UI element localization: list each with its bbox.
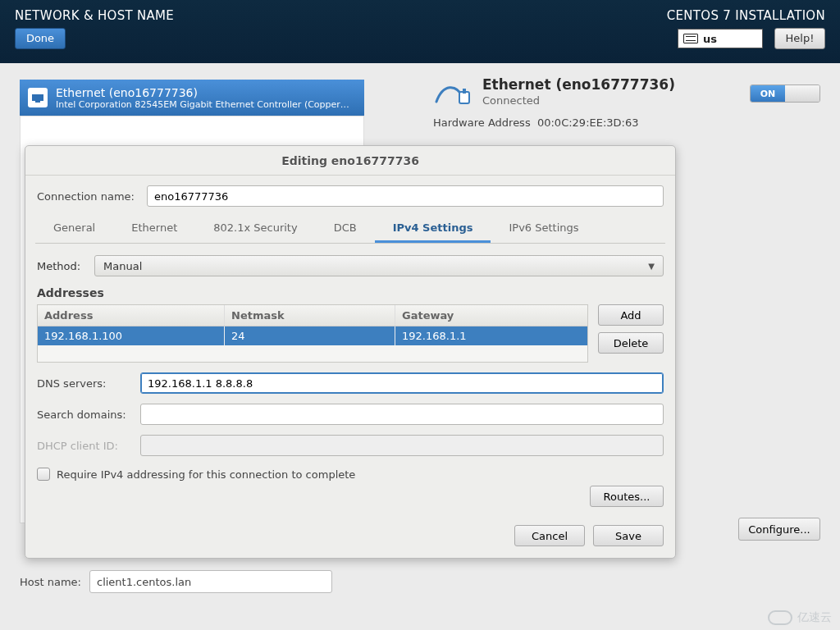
delete-address-button[interactable]: Delete xyxy=(598,332,664,354)
edit-connection-dialog: Editing eno16777736 Connection name: Gen… xyxy=(25,145,676,559)
installer-header: NETWORK & HOST NAME Done CENTOS 7 INSTAL… xyxy=(0,0,840,63)
dns-servers-input[interactable] xyxy=(140,372,664,394)
col-address: Address xyxy=(38,305,225,326)
method-select[interactable]: Manual ▼ xyxy=(94,255,664,276)
keyboard-icon xyxy=(683,34,698,43)
dialog-title: Editing eno16777736 xyxy=(25,146,675,176)
watermark: 亿速云 xyxy=(768,610,832,625)
col-netmask: Netmask xyxy=(225,305,395,326)
connection-toggle[interactable]: ON xyxy=(750,84,820,103)
watermark-text: 亿速云 xyxy=(797,610,832,625)
cell-gateway: 192.168.1.1 xyxy=(395,326,587,345)
require-ipv4-checkbox[interactable] xyxy=(37,468,50,481)
svg-rect-0 xyxy=(459,92,469,103)
dhcp-client-id-label: DHCP client ID: xyxy=(37,440,132,452)
connection-name-input[interactable] xyxy=(147,185,664,207)
cell-address: 192.168.1.100 xyxy=(38,326,225,345)
cloud-icon xyxy=(768,610,792,625)
table-header: Address Netmask Gateway xyxy=(38,305,587,326)
tab-ethernet[interactable]: Ethernet xyxy=(113,215,195,243)
dhcp-client-id-input xyxy=(140,435,664,456)
done-button[interactable]: Done xyxy=(15,28,66,49)
search-domains-label: Search domains: xyxy=(37,409,132,421)
ethernet-port-icon xyxy=(28,88,48,107)
method-value: Manual xyxy=(103,260,142,272)
tab-8021x-security[interactable]: 802.1x Security xyxy=(195,215,315,243)
method-label: Method: xyxy=(37,260,84,272)
settings-tabs: General Ethernet 802.1x Security DCB IPv… xyxy=(35,215,665,244)
keyboard-layout-label: us xyxy=(703,33,717,45)
col-gateway: Gateway xyxy=(395,305,587,326)
cell-netmask: 24 xyxy=(225,326,395,345)
ethernet-cable-icon xyxy=(433,77,471,107)
hostname-label: Host name: xyxy=(20,576,81,588)
page-title: NETWORK & HOST NAME xyxy=(15,8,174,23)
toggle-handle xyxy=(785,85,819,102)
hostname-input[interactable] xyxy=(89,570,332,593)
device-name: Ethernet (eno16777736) xyxy=(56,86,351,99)
cancel-button[interactable]: Cancel xyxy=(514,525,585,546)
search-domains-input[interactable] xyxy=(140,404,664,425)
hw-address-value: 00:0C:29:EE:3D:63 xyxy=(537,116,639,129)
configure-button[interactable]: Configure... xyxy=(738,518,820,541)
help-button[interactable]: Help! xyxy=(774,28,825,49)
dropdown-arrow-icon: ▼ xyxy=(648,262,655,271)
install-title: CENTOS 7 INSTALLATION xyxy=(667,8,825,23)
tab-ipv6-settings[interactable]: IPv6 Settings xyxy=(491,215,596,243)
tab-general[interactable]: General xyxy=(35,215,113,243)
dns-servers-label: DNS servers: xyxy=(37,377,132,390)
table-row[interactable]: 192.168.1.100 24 192.168.1.1 xyxy=(38,326,587,345)
routes-button[interactable]: Routes... xyxy=(590,486,664,507)
hw-address-label: Hardware Address xyxy=(433,116,531,129)
toggle-on-label: ON xyxy=(751,85,785,102)
require-ipv4-label: Require IPv4 addressing for this connect… xyxy=(57,468,355,481)
addresses-section-title: Addresses xyxy=(37,286,664,299)
device-list-item[interactable]: Ethernet (eno16777736) Intel Corporation… xyxy=(20,80,364,116)
keyboard-layout-selector[interactable]: us xyxy=(678,29,763,48)
connection-title: Ethernet (eno16777736) xyxy=(482,76,675,93)
addresses-table[interactable]: Address Netmask Gateway 192.168.1.100 24… xyxy=(37,304,588,363)
connection-status: Connected xyxy=(482,94,675,107)
hardware-address-row: Hardware Address 00:0C:29:EE:3D:63 xyxy=(433,116,820,129)
tab-dcb[interactable]: DCB xyxy=(316,215,375,243)
connection-name-label: Connection name: xyxy=(37,190,139,203)
table-row-empty[interactable] xyxy=(38,345,587,362)
add-address-button[interactable]: Add xyxy=(598,304,664,326)
save-button[interactable]: Save xyxy=(593,525,664,546)
tab-ipv4-settings[interactable]: IPv4 Settings xyxy=(375,215,491,243)
svg-rect-1 xyxy=(463,89,466,94)
device-description: Intel Corporation 82545EM Gigabit Ethern… xyxy=(56,99,351,110)
device-list: Ethernet (eno16777736) Intel Corporation… xyxy=(20,80,364,116)
